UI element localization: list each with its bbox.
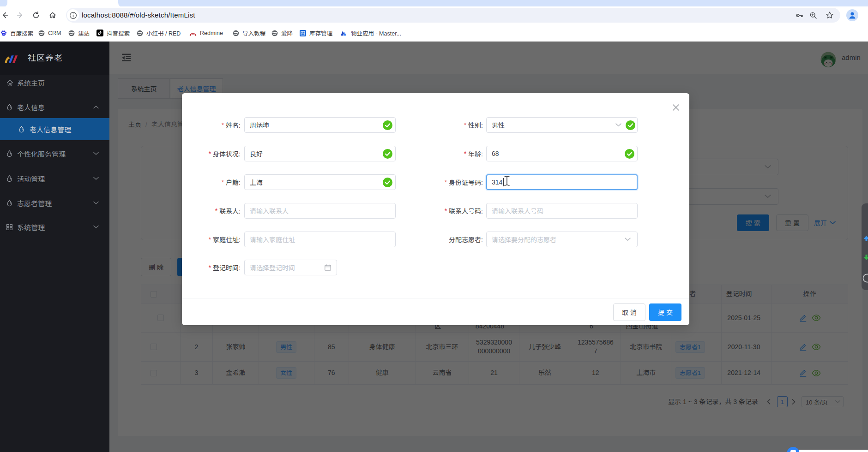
profile-avatar-icon[interactable] [846, 9, 858, 21]
bookmark-label: 小红书 / RED [146, 29, 181, 37]
field-input-5[interactable]: 上海 [244, 174, 396, 190]
chevron-down-icon [615, 123, 621, 127]
chevron-down-icon [93, 201, 99, 205]
forward-icon[interactable] [16, 11, 24, 19]
inventory-icon [300, 30, 306, 36]
bookmark-item[interactable]: 导入教程 [233, 27, 265, 39]
field-value: 周炳坤 [250, 120, 269, 130]
bookmark-item[interactable]: 物业应用 - Master... [340, 27, 401, 39]
bookmark-item[interactable]: 建站 [68, 27, 90, 39]
bookmark-item[interactable]: 库存管理 [300, 27, 332, 39]
field-label-text: 户籍: [226, 178, 241, 187]
globe-icon [271, 30, 278, 36]
bookmark-label: 抖音搜索 [107, 29, 130, 37]
sidebar-item-6[interactable]: 志愿者管理 [0, 191, 109, 214]
back-icon[interactable] [0, 11, 9, 19]
home-icon [6, 79, 14, 87]
bottom-strip [799, 450, 868, 452]
field-value: 男性 [492, 120, 505, 130]
required-asterisk: * [209, 236, 211, 243]
sidebar-item-4[interactable]: 个性化服务管理 [0, 142, 109, 165]
screen: localhost:8088/#/old-sketch/ItemList 百度搜… [0, 0, 868, 452]
field-value: 良好 [250, 149, 263, 158]
globe-icon [137, 30, 143, 36]
input-suffix-icons [324, 262, 332, 273]
sidebar-logo[interactable]: 社区养老 [0, 42, 109, 75]
bookmark-item[interactable]: 百度搜索 [0, 27, 33, 39]
field-value: 上海 [250, 178, 263, 187]
drop-icon [6, 103, 13, 111]
field-label-text: 家庭住址: [213, 235, 241, 244]
field-label-text: 性别: [468, 120, 483, 130]
home-toolbar-icon[interactable] [48, 11, 57, 19]
browser-tabstrip [0, 0, 868, 6]
chevron-up-icon [93, 105, 99, 109]
field-value: 68 [492, 150, 499, 157]
field-input-11[interactable]: 请选择登记时间 [244, 260, 337, 275]
bookmark-label: CRM [48, 30, 61, 36]
field-input-1[interactable]: 周炳坤 [244, 117, 396, 133]
field-input-7[interactable]: 请输入联系人 [244, 203, 396, 219]
tiktok-icon [96, 30, 103, 36]
bookmark-item[interactable]: CRM [38, 27, 61, 39]
field-input-10[interactable]: 请选择要分配的志愿者 [486, 232, 638, 247]
field-label-text: 身份证号码: [449, 178, 483, 187]
ibeam-cursor [503, 175, 511, 186]
sidebar-item-label: 志愿者管理 [17, 198, 52, 208]
bookmark-label: 爱降 [281, 29, 293, 37]
field-label-text: 联系人: [219, 206, 241, 215]
field-input-3[interactable]: 良好 [244, 146, 396, 161]
baidu-paw-icon [0, 30, 7, 36]
field-input-2[interactable]: 男性 [486, 117, 638, 133]
submit-button[interactable]: 提 交 [649, 303, 681, 321]
field-label-text: 身体状况: [213, 149, 241, 158]
field-label: *联系人: [148, 203, 241, 219]
sidebar-item-2[interactable]: 老人信息 [0, 95, 109, 119]
field-placeholder: 请输入家庭住址 [250, 235, 295, 244]
sidebar-item-3[interactable]: 老人信息管理 [0, 118, 109, 140]
bookmarks-bar: 百度搜索CRM建站抖音搜索小红书 / REDRedmine导入教程爱降库存管理物… [0, 27, 868, 42]
bookmark-label: 库存管理 [309, 29, 332, 37]
scroll-circle-icon[interactable] [862, 274, 868, 283]
bookmark-item[interactable]: Redmine [189, 27, 223, 39]
sidebar-item-7[interactable]: 系统管理 [0, 215, 109, 238]
url-text[interactable]: localhost:8088/#/old-sketch/ItemList [82, 8, 195, 23]
reload-icon[interactable] [32, 11, 40, 19]
bookmark-label: 导入教程 [242, 29, 265, 37]
bookmark-star-icon[interactable] [825, 11, 834, 20]
required-asterisk: * [209, 264, 211, 271]
field-input-8[interactable]: 请输入联系人号码 [486, 203, 638, 219]
valid-check-icon [626, 120, 635, 130]
chevron-down-icon [93, 177, 99, 180]
redmine-icon [189, 30, 197, 36]
drop-icon [6, 175, 13, 182]
required-asterisk: * [222, 121, 224, 129]
field-label: *户籍: [148, 174, 241, 190]
dialog-close-icon[interactable] [670, 101, 682, 113]
password-key-icon[interactable] [795, 11, 804, 20]
scroll-helper-widget[interactable] [862, 203, 868, 290]
cancel-button[interactable]: 取 消 [613, 303, 645, 321]
scroll-up-icon[interactable] [863, 235, 868, 242]
valid-check-icon [625, 149, 634, 159]
sidebar-item-label: 系统主页 [17, 78, 45, 88]
scroll-down-icon[interactable] [863, 254, 868, 261]
sidebar-item-label: 个性化服务管理 [17, 149, 66, 159]
input-suffix-icons [615, 120, 635, 130]
bookmark-item[interactable]: 小红书 / RED [137, 27, 181, 39]
zoom-icon[interactable] [809, 11, 818, 20]
drop-icon [6, 150, 13, 157]
sidebar-item-5[interactable]: 活动管理 [0, 167, 109, 190]
chevron-down-icon [93, 225, 99, 229]
required-asterisk: * [209, 150, 211, 157]
bookmark-item[interactable]: 爱降 [271, 27, 293, 39]
field-label-text: 年龄: [468, 149, 483, 158]
app-logo-icon [4, 54, 19, 64]
site-info-chip[interactable] [67, 9, 79, 21]
bookmark-label: Redmine [200, 30, 223, 36]
bookmark-item[interactable]: 抖音搜索 [96, 27, 130, 39]
field-label: *身体状况: [148, 146, 241, 161]
input-suffix-icons [625, 149, 634, 159]
field-input-9[interactable]: 请输入家庭住址 [244, 232, 396, 247]
field-input-4[interactable]: 68 [486, 146, 638, 161]
